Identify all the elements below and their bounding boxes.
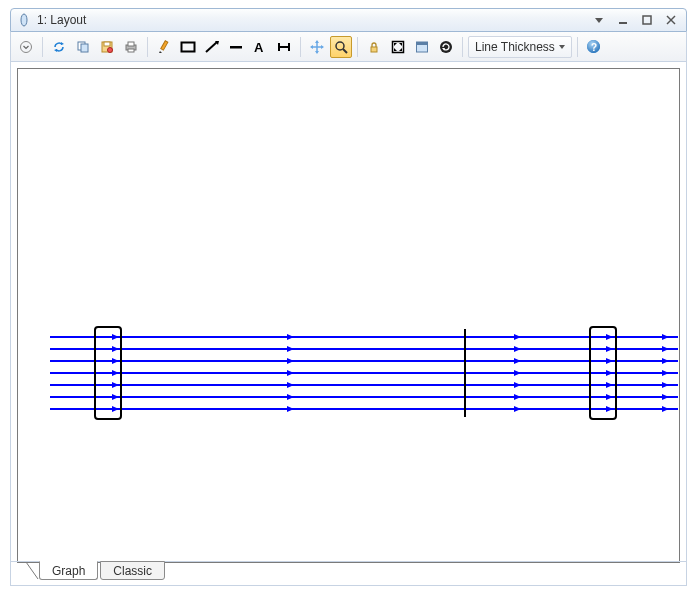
svg-marker-59 [662, 346, 669, 352]
svg-marker-1 [595, 18, 603, 23]
dash-tool-button[interactable] [225, 36, 247, 58]
rectangle-tool-button[interactable] [177, 36, 199, 58]
save-button[interactable] [96, 36, 118, 58]
svg-rect-22 [230, 46, 242, 49]
svg-marker-52 [606, 334, 613, 340]
svg-marker-74 [287, 382, 294, 388]
window-title: 1: Layout [37, 13, 86, 27]
maximize-button[interactable] [638, 12, 656, 28]
svg-point-6 [21, 41, 32, 52]
svg-marker-32 [321, 45, 324, 49]
svg-marker-70 [606, 370, 613, 376]
svg-line-34 [343, 49, 347, 53]
svg-marker-67 [112, 370, 119, 376]
svg-marker-69 [514, 370, 521, 376]
svg-rect-10 [81, 44, 88, 52]
svg-marker-8 [54, 49, 57, 52]
line-thickness-dropdown[interactable]: Line Thickness [468, 36, 572, 58]
svg-marker-37 [394, 43, 397, 46]
svg-marker-75 [514, 382, 521, 388]
svg-rect-16 [128, 49, 134, 52]
svg-marker-65 [662, 358, 669, 364]
copy-button[interactable] [72, 36, 94, 58]
lock-button[interactable] [363, 36, 385, 58]
svg-marker-85 [112, 406, 119, 412]
svg-marker-81 [514, 394, 521, 400]
svg-rect-2 [619, 22, 627, 24]
svg-marker-50 [287, 334, 294, 340]
svg-marker-53 [662, 334, 669, 340]
fit-view-button[interactable] [387, 36, 409, 58]
svg-marker-58 [606, 346, 613, 352]
svg-rect-12 [104, 42, 110, 46]
svg-point-43 [440, 41, 452, 53]
svg-marker-56 [287, 346, 294, 352]
tabstrip: Graph Classic [10, 562, 687, 586]
svg-marker-51 [514, 334, 521, 340]
svg-marker-40 [399, 48, 402, 51]
svg-marker-68 [287, 370, 294, 376]
svg-marker-76 [606, 382, 613, 388]
layout-canvas[interactable] [17, 68, 680, 561]
svg-line-20 [206, 42, 217, 52]
svg-marker-83 [662, 394, 669, 400]
zoom-tool-button[interactable] [330, 36, 352, 58]
tab-notch-icon [25, 562, 39, 580]
svg-marker-39 [394, 48, 397, 51]
svg-marker-80 [287, 394, 294, 400]
svg-marker-82 [606, 394, 613, 400]
text-tool-button[interactable]: A [249, 36, 271, 58]
svg-point-0 [21, 14, 27, 26]
dropdown-button[interactable] [590, 12, 608, 28]
svg-rect-17 [161, 40, 168, 49]
minimize-button[interactable] [614, 12, 632, 28]
refresh-view-button[interactable] [435, 36, 457, 58]
svg-marker-30 [315, 51, 319, 54]
refresh-button[interactable] [48, 36, 70, 58]
expand-button[interactable] [15, 36, 37, 58]
svg-marker-62 [287, 358, 294, 364]
print-button[interactable] [120, 36, 142, 58]
svg-rect-35 [371, 47, 377, 52]
svg-marker-89 [662, 406, 669, 412]
optical-layout-diagram [18, 69, 678, 561]
help-button[interactable]: ? [583, 36, 605, 58]
svg-marker-31 [310, 45, 313, 49]
line-thickness-label: Line Thickness [475, 40, 555, 54]
svg-text:?: ? [591, 42, 597, 53]
svg-marker-61 [112, 358, 119, 364]
svg-rect-19 [182, 42, 195, 51]
svg-rect-42 [417, 42, 428, 45]
line-tool-button[interactable] [201, 36, 223, 58]
tab-graph[interactable]: Graph [39, 561, 98, 580]
svg-marker-79 [112, 394, 119, 400]
titlebar: 1: Layout [10, 8, 687, 32]
svg-marker-29 [315, 40, 319, 43]
svg-marker-77 [662, 382, 669, 388]
svg-marker-88 [606, 406, 613, 412]
svg-marker-18 [159, 51, 162, 53]
move-tool-button[interactable] [306, 36, 328, 58]
svg-marker-64 [606, 358, 613, 364]
close-button[interactable] [662, 12, 680, 28]
app-icon [17, 13, 31, 27]
svg-rect-3 [643, 16, 651, 24]
toolbar: A Line Thickness ? [10, 32, 687, 62]
chevron-down-icon [559, 45, 565, 49]
dimension-tool-button[interactable] [273, 36, 295, 58]
svg-marker-38 [399, 43, 402, 46]
svg-marker-7 [61, 42, 64, 45]
pencil-button[interactable] [153, 36, 175, 58]
svg-marker-63 [514, 358, 521, 364]
svg-rect-15 [128, 42, 134, 46]
window-layout-button[interactable] [411, 36, 433, 58]
svg-marker-87 [514, 406, 521, 412]
tab-classic[interactable]: Classic [100, 561, 165, 580]
svg-marker-86 [287, 406, 294, 412]
svg-point-33 [336, 42, 344, 50]
svg-point-13 [108, 47, 113, 52]
svg-marker-57 [514, 346, 521, 352]
svg-marker-73 [112, 382, 119, 388]
svg-text:A: A [254, 40, 264, 54]
svg-marker-55 [112, 346, 119, 352]
